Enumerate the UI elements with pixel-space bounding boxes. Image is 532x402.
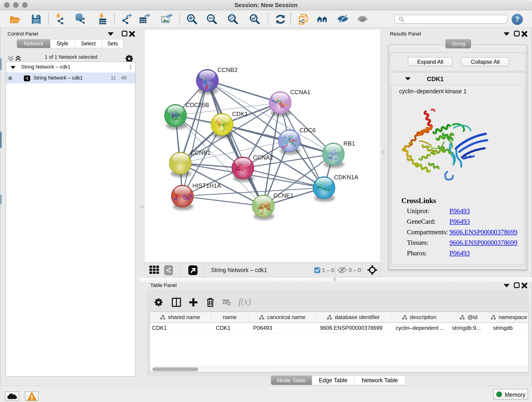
svg-text:CCNA2: CCNA2 (253, 154, 273, 161)
svg-text:CDK1: CDK1 (232, 110, 248, 117)
svg-text:CDC25B: CDC25B (186, 102, 209, 108)
svg-text:CDC6: CDC6 (299, 127, 316, 134)
svg-text:CCNB1: CCNB1 (190, 149, 210, 156)
svg-text:RB1: RB1 (343, 140, 355, 147)
svg-text:CCNB2: CCNB2 (217, 66, 238, 73)
svg-text:HIST1H1A: HIST1H1A (192, 182, 221, 189)
svg-text:CCNE1: CCNE1 (273, 192, 293, 199)
svg-text:CCNA1: CCNA1 (290, 89, 310, 96)
svg-text:CDKN1A: CDKN1A (334, 174, 358, 181)
